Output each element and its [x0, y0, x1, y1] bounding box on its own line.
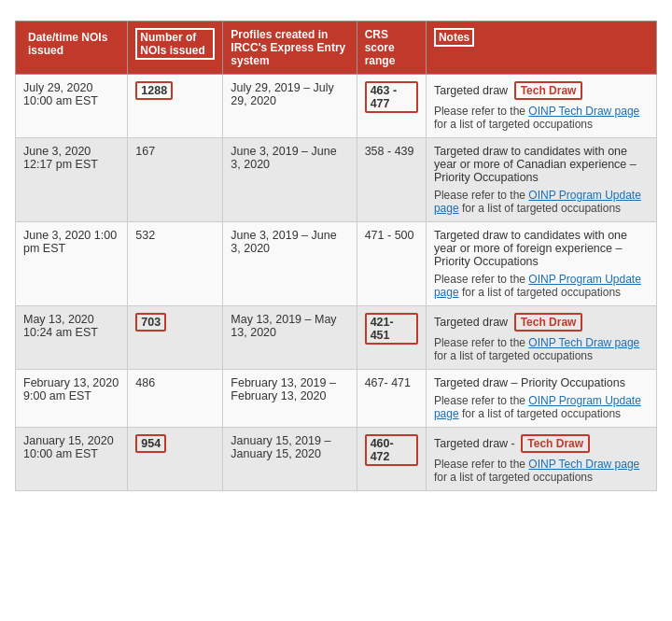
cell-nois: 486 [128, 370, 223, 428]
table-row: June 3, 2020 12:17 pm EST167June 3, 2019… [16, 138, 657, 222]
notes-main-text: Targeted draw - Tech Draw [434, 434, 649, 453]
tech-draw-badge: Tech Draw [521, 434, 590, 453]
notes-link[interactable]: OINP Tech Draw page [528, 336, 639, 349]
cell-nois: 703 [128, 306, 223, 370]
cell-nois: 954 [128, 428, 223, 491]
cell-nois: 1288 [128, 75, 223, 138]
cell-notes: Targeted draw – Priority OccupationsPlea… [426, 370, 656, 428]
cell-nois: 167 [128, 138, 223, 222]
cell-crs: 467- 471 [357, 370, 426, 428]
cell-datetime: July 29, 2020 10:00 am EST [16, 75, 128, 138]
cell-datetime: May 13, 2020 10:24 am EST [16, 306, 128, 370]
table-row: February 13, 2020 9:00 am EST486February… [16, 370, 657, 428]
notes-main-text: Targeted draw – Priority Occupations [434, 376, 649, 389]
notes-sub-text: Please refer to the OINP Tech Draw page … [434, 105, 649, 131]
tech-draw-badge: Tech Draw [514, 81, 583, 100]
cell-datetime: January 15, 2020 10:00 am EST [16, 428, 128, 491]
notes-sub-text: Please refer to the OINP Program Update … [434, 189, 649, 215]
cell-notes: Targeted draw to candidates with one yea… [426, 138, 656, 222]
cell-datetime: June 3, 2020 1:00 pm EST [16, 222, 128, 306]
col-header-profiles: Profiles created in IRCC's Express Entry… [223, 21, 357, 75]
cell-crs: 463 - 477 [357, 75, 426, 138]
col-header-nois: Number of NOIs issued [128, 21, 223, 75]
cell-datetime: June 3, 2020 12:17 pm EST [16, 138, 128, 222]
cell-profiles: June 3, 2019 – June 3, 2020 [223, 222, 357, 306]
cell-profiles: July 29, 2019 – July 29, 2020 [223, 75, 357, 138]
cell-nois: 532 [128, 222, 223, 306]
cell-profiles: January 15, 2019 – January 15, 2020 [223, 428, 357, 491]
main-table: Date/time NOIs issued Number of NOIs iss… [15, 21, 657, 491]
table-row: June 3, 2020 1:00 pm EST532June 3, 2019 … [16, 222, 657, 306]
cell-notes: Targeted draw Tech DrawPlease refer to t… [426, 75, 656, 138]
table-row: May 13, 2020 10:24 am EST703May 13, 2019… [16, 306, 657, 370]
cell-profiles: February 13, 2019 – February 13, 2020 [223, 370, 357, 428]
notes-sub-text: Please refer to the OINP Program Update … [434, 273, 649, 299]
table-row: July 29, 2020 10:00 am EST1288July 29, 2… [16, 75, 657, 138]
cell-profiles: May 13, 2019 – May 13, 2020 [223, 306, 357, 370]
cell-notes: Targeted draw to candidates with one yea… [426, 222, 656, 306]
notes-main-text: Targeted draw Tech Draw [434, 313, 649, 332]
cell-crs: 460- 472 [357, 428, 426, 491]
cell-notes: Targeted draw Tech DrawPlease refer to t… [426, 306, 656, 370]
cell-crs: 358 - 439 [357, 138, 426, 222]
col-header-datetime: Date/time NOIs issued [16, 21, 128, 75]
notes-link[interactable]: OINP Tech Draw page [528, 458, 639, 471]
notes-sub-text: Please refer to the OINP Tech Draw page … [434, 336, 649, 362]
cell-datetime: February 13, 2020 9:00 am EST [16, 370, 128, 428]
cell-crs: 471 - 500 [357, 222, 426, 306]
notes-main-text: Targeted draw to candidates with one yea… [434, 229, 649, 268]
col-header-crs: CRS score range [357, 21, 426, 75]
table-row: January 15, 2020 10:00 am EST954January … [16, 428, 657, 491]
cell-notes: Targeted draw - Tech DrawPlease refer to… [426, 428, 656, 491]
notes-sub-text: Please refer to the OINP Program Update … [434, 394, 649, 420]
cell-profiles: June 3, 2019 – June 3, 2020 [223, 138, 357, 222]
notes-main-text: Targeted draw to candidates with one yea… [434, 145, 649, 184]
cell-crs: 421- 451 [357, 306, 426, 370]
col-header-notes: Notes [426, 21, 656, 75]
notes-sub-text: Please refer to the OINP Tech Draw page … [434, 458, 649, 484]
tech-draw-badge: Tech Draw [514, 313, 583, 332]
notes-link[interactable]: OINP Tech Draw page [528, 105, 639, 118]
notes-main-text: Targeted draw Tech Draw [434, 81, 649, 100]
